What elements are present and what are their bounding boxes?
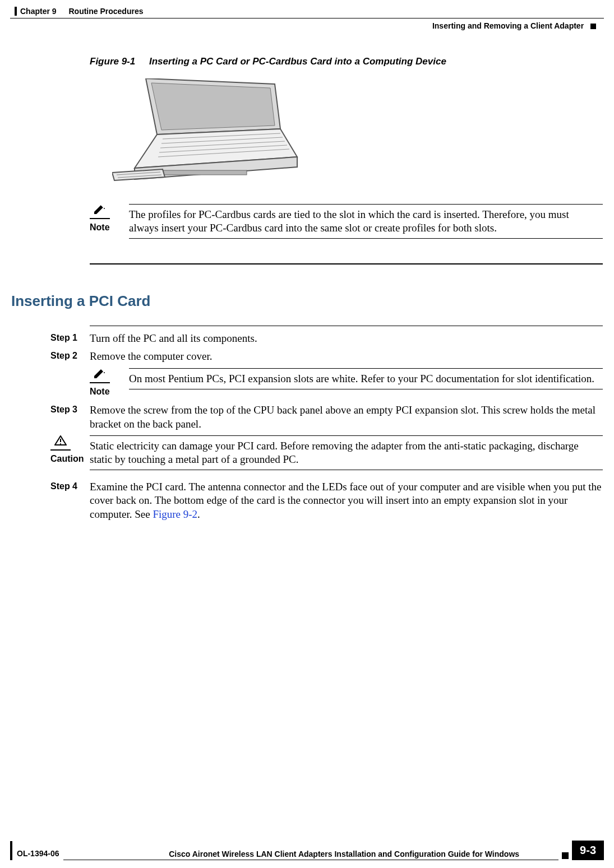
note-body-wrap: The profiles for PC-Cardbus cards are ti… xyxy=(129,204,603,239)
page-number: 9-3 xyxy=(572,841,604,860)
document-id: OL-1394-06 xyxy=(12,841,63,860)
step-label: Step 1 xyxy=(50,332,90,346)
svg-point-13 xyxy=(104,208,105,209)
laptop-icon xyxy=(112,78,303,185)
caution-rule-top xyxy=(90,435,603,436)
step-text: Remove the computer cover. xyxy=(90,350,603,364)
figure-9-2-link[interactable]: Figure 9-2 xyxy=(153,508,197,520)
header-rule xyxy=(10,18,604,18)
svg-point-16 xyxy=(60,443,61,444)
note-rule-top xyxy=(129,368,603,369)
procedure-end-rule xyxy=(90,263,603,264)
caution-text: Static electricity can damage your PCI c… xyxy=(90,439,603,466)
svg-point-14 xyxy=(104,372,105,373)
note-body-wrap: On most Pentium PCs, PCI expansion slots… xyxy=(129,368,603,397)
figure-title: Inserting a PC Card or PC-Cardbus Card i… xyxy=(149,56,446,67)
figure-number: Figure 9-1 xyxy=(90,56,135,67)
step-label: Step 4 xyxy=(50,480,90,522)
section-title: Inserting and Removing a Client Adapter xyxy=(432,21,584,30)
note-label: Note xyxy=(90,387,129,397)
step-1: Step 1 Turn off the PC and all its compo… xyxy=(50,332,603,346)
chapter-title: Routine Procedures xyxy=(68,7,143,16)
svg-marker-1 xyxy=(151,83,275,130)
step-3: Step 3 Remove the screw from the top of … xyxy=(50,403,603,431)
step-text: Turn off the PC and all its components. xyxy=(90,332,603,346)
note-label: Note xyxy=(90,222,129,233)
header-section: Inserting and Removing a Client Adapter xyxy=(432,21,596,30)
steps-list: Step 1 Turn off the PC and all its compo… xyxy=(11,326,603,522)
page-header: Chapter 9 Routine Procedures Inserting a… xyxy=(0,0,614,13)
steps-top-rule xyxy=(90,326,603,326)
page-footer: OL-1394-06 Cisco Aironet Wireless LAN Cl… xyxy=(10,841,604,860)
caution-block: Caution Static electricity can damage yo… xyxy=(50,435,603,470)
figure-caption: Figure 9-1 Inserting a PC Card or PC-Car… xyxy=(90,56,603,67)
guide-title: Cisco Aironet Wireless LAN Client Adapte… xyxy=(169,850,519,858)
header-marker-icon xyxy=(590,24,596,29)
header-left: Chapter 9 Routine Procedures xyxy=(15,7,144,16)
note-icon xyxy=(90,368,110,383)
footer-marker-icon xyxy=(562,852,569,859)
note-text: The profiles for PC-Cardbus cards are ti… xyxy=(129,208,603,235)
note-rule-bottom xyxy=(129,389,603,389)
doc-id-wrap: OL-1394-06 xyxy=(12,841,63,860)
note-text: On most Pentium PCs, PCI expansion slots… xyxy=(129,372,603,386)
step-label: Step 2 xyxy=(50,350,90,364)
step-4-post: . xyxy=(197,508,200,520)
step-4: Step 4 Examine the PCI card. The antenna… xyxy=(50,480,603,522)
note-rule-bottom xyxy=(129,238,603,239)
footer-rule: Cisco Aironet Wireless LAN Client Adapte… xyxy=(63,851,558,860)
step-label: Step 3 xyxy=(50,403,90,431)
step-2-note: Note On most Pentium PCs, PCI expansion … xyxy=(90,368,603,397)
note-block: Note The profiles for PC-Cardbus cards a… xyxy=(90,204,603,239)
figure-illustration xyxy=(112,78,603,187)
note-icon-col: Note xyxy=(90,368,129,397)
caution-rule-bottom xyxy=(90,470,603,470)
step-2: Step 2 Remove the computer cover. xyxy=(50,350,603,364)
caution-icon xyxy=(50,435,71,451)
caution-icon-col: Caution xyxy=(50,435,90,470)
step-text: Remove the screw from the top of the CPU… xyxy=(90,403,603,431)
step-text: Examine the PCI card. The antenna connec… xyxy=(90,480,603,522)
caution-body-wrap: Static electricity can damage your PCI c… xyxy=(90,435,603,470)
note-icon xyxy=(90,204,110,219)
caution-label: Caution xyxy=(50,454,90,464)
page-content: Figure 9-1 Inserting a PC Card or PC-Car… xyxy=(11,50,603,526)
chapter-label: Chapter 9 xyxy=(15,7,57,16)
section-heading: Inserting a PCI Card xyxy=(11,293,603,310)
note-icon-col: Note xyxy=(90,204,129,239)
note-rule-top xyxy=(129,204,603,205)
footer-line: OL-1394-06 Cisco Aironet Wireless LAN Cl… xyxy=(10,841,604,860)
